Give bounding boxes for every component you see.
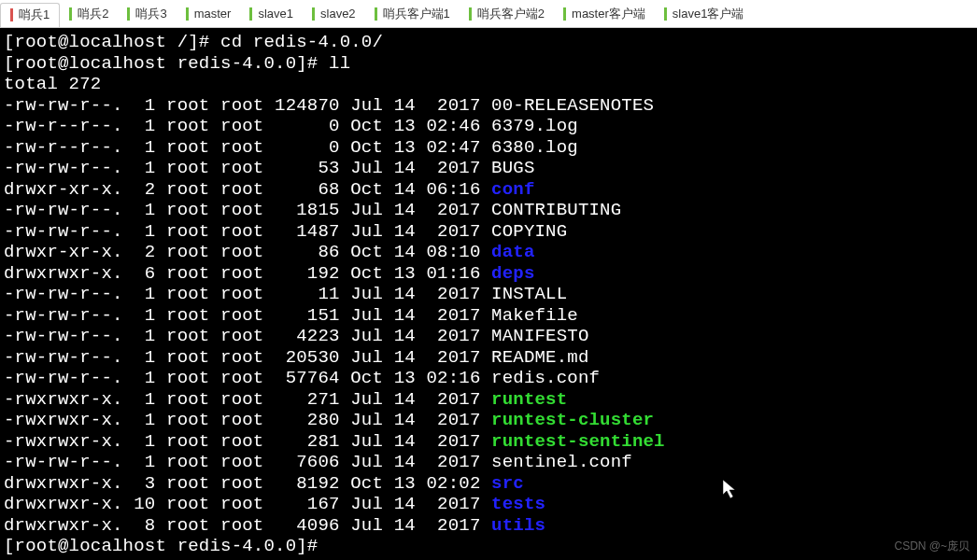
file-perms: drwxrwxr-x. 3 root root 8192 Oct 13 02:0… xyxy=(4,473,491,494)
tab-label: master客户端 xyxy=(572,6,645,22)
file-perms: -rw-rw-r--. 1 root root 1815 Jul 14 2017 xyxy=(4,200,491,220)
tab-7[interactable]: 哨兵客户端2 xyxy=(460,2,554,26)
file-perms: drwxrwxr-x. 8 root root 4096 Jul 14 2017 xyxy=(4,515,491,536)
tab-4[interactable]: slave1 xyxy=(240,2,303,26)
tab-label: 哨兵1 xyxy=(19,7,50,23)
tab-label: slave2 xyxy=(320,7,356,21)
file-name-MANIFESTO: MANIFESTO xyxy=(491,326,588,346)
file-name-runtest: runtest xyxy=(491,389,567,410)
tab-2[interactable]: 哨兵3 xyxy=(118,2,176,26)
tab-label: master xyxy=(194,7,232,21)
list-row: -rwxrwxr-x. 1 root root 271 Jul 14 2017 … xyxy=(4,389,973,411)
list-row: -rwxrwxr-x. 1 root root 281 Jul 14 2017 … xyxy=(4,431,973,453)
file-name-runtest-cluster: runtest-cluster xyxy=(491,410,654,430)
file-perms: drwxrwxr-x. 6 root root 192 Oct 13 01:16 xyxy=(4,263,491,284)
tab-indicator-icon xyxy=(664,7,667,21)
prompt: [root@localhost /]# xyxy=(4,32,220,52)
tab-label: 哨兵2 xyxy=(78,6,108,22)
tab-indicator-icon xyxy=(312,7,315,21)
tab-label: slave1 xyxy=(258,7,293,21)
list-row: drwxrwxr-x. 8 root root 4096 Jul 14 2017… xyxy=(4,515,973,537)
list-row: -rw-rw-r--. 1 root root 4223 Jul 14 2017… xyxy=(4,326,973,347)
file-perms: -rw-rw-r--. 1 root root 1487 Jul 14 2017 xyxy=(4,221,491,242)
file-name-6379.log: 6379.log xyxy=(491,116,578,136)
file-perms: -rw-rw-r--. 1 root root 151 Jul 14 2017 xyxy=(4,305,491,326)
tab-indicator-icon xyxy=(249,7,252,21)
file-name-BUGS: BUGS xyxy=(491,158,534,178)
list-row: -rw-rw-r--. 1 root root 53 Jul 14 2017 B… xyxy=(4,158,973,179)
list-row: -rw-rw-r--. 1 root root 1815 Jul 14 2017… xyxy=(4,200,973,221)
tab-indicator-icon xyxy=(127,7,130,21)
tab-1[interactable]: 哨兵2 xyxy=(60,2,118,26)
command-line-1: [root@localhost /]# cd redis-4.0.0/ xyxy=(4,32,973,53)
file-perms: drwxr-xr-x. 2 root root 86 Oct 14 08:10 xyxy=(4,242,491,262)
file-perms: drwxrwxr-x. 10 root root 167 Jul 14 2017 xyxy=(4,494,491,514)
list-row: -rw-rw-r--. 1 root root 124870 Jul 14 20… xyxy=(4,95,973,117)
file-name-data: data xyxy=(491,242,534,262)
file-name-runtest-sentinel: runtest-sentinel xyxy=(491,431,665,452)
file-name-deps: deps xyxy=(491,263,534,284)
list-row: -rw-rw-r--. 1 root root 11 Jul 14 2017 I… xyxy=(4,284,973,305)
file-perms: -rw-rw-r--. 1 root root 124870 Jul 14 20… xyxy=(4,95,491,116)
file-perms: -rw-rw-r--. 1 root root 11 Jul 14 2017 xyxy=(4,284,491,304)
file-perms: -rw-rw-r--. 1 root root 4223 Jul 14 2017 xyxy=(4,326,491,346)
file-name-INSTALL: INSTALL xyxy=(491,284,567,304)
tab-9[interactable]: slave1客户端 xyxy=(655,2,754,26)
tab-label: 哨兵客户端2 xyxy=(477,6,545,22)
tab-label: slave1客户端 xyxy=(673,6,744,22)
file-name-src: src xyxy=(491,473,524,494)
file-perms: -rwxrwxr-x. 1 root root 280 Jul 14 2017 xyxy=(4,410,491,430)
file-perms: drwxr-xr-x. 2 root root 68 Oct 14 06:16 xyxy=(4,179,491,200)
file-name-README.md: README.md xyxy=(491,347,588,368)
tab-indicator-icon xyxy=(186,7,189,21)
final-prompt: [root@localhost redis-4.0.0]# xyxy=(4,536,973,557)
tab-bar: 哨兵1哨兵2哨兵3masterslave1slave2哨兵客户端1哨兵客户端2m… xyxy=(0,0,977,28)
list-row: drwxrwxr-x. 6 root root 192 Oct 13 01:16… xyxy=(4,263,973,285)
file-name-tests: tests xyxy=(491,494,545,514)
file-perms: -rw-rw-r--. 1 root root 7606 Jul 14 2017 xyxy=(4,452,491,472)
file-perms: -rwxrwxr-x. 1 root root 271 Jul 14 2017 xyxy=(4,389,491,410)
tab-label: 哨兵客户端1 xyxy=(383,6,450,22)
file-name-sentinel.conf: sentinel.conf xyxy=(491,452,632,472)
file-name-CONTRIBUTING: CONTRIBUTING xyxy=(491,200,621,220)
tab-indicator-icon xyxy=(69,7,72,21)
file-name-6380.log: 6380.log xyxy=(491,137,578,158)
tab-8[interactable]: master客户端 xyxy=(554,2,655,26)
watermark-text: CSDN @~庞贝 xyxy=(894,539,970,554)
file-name-redis.conf: redis.conf xyxy=(491,368,600,388)
command-text: ll xyxy=(329,53,350,74)
list-row: -rwxrwxr-x. 1 root root 280 Jul 14 2017 … xyxy=(4,410,973,431)
tab-indicator-icon xyxy=(375,7,377,21)
file-perms: -rw-rw-r--. 1 root root 20530 Jul 14 201… xyxy=(4,347,491,368)
list-row: -rw-r--r--. 1 root root 0 Oct 13 02:47 6… xyxy=(4,137,973,159)
command-line-2: [root@localhost redis-4.0.0]# ll xyxy=(4,53,973,75)
command-text: cd redis-4.0.0/ xyxy=(220,32,383,52)
list-row: -rw-rw-r--. 1 root root 20530 Jul 14 201… xyxy=(4,347,973,369)
tab-3[interactable]: master xyxy=(177,2,241,26)
list-row: drwxr-xr-x. 2 root root 86 Oct 14 08:10 … xyxy=(4,242,973,263)
prompt: [root@localhost redis-4.0.0]# xyxy=(4,53,329,74)
file-perms: -rw-r--r--. 1 root root 0 Oct 13 02:47 xyxy=(4,137,491,158)
tab-6[interactable]: 哨兵客户端1 xyxy=(365,2,460,26)
file-perms: -rw-rw-r--. 1 root root 53 Jul 14 2017 xyxy=(4,158,491,178)
list-row: -rw-rw-r--. 1 root root 1487 Jul 14 2017… xyxy=(4,221,973,243)
file-perms: -rwxrwxr-x. 1 root root 281 Jul 14 2017 xyxy=(4,431,491,452)
list-row: -rw-rw-r--. 1 root root 7606 Jul 14 2017… xyxy=(4,452,973,473)
tab-indicator-icon xyxy=(10,8,13,21)
file-name-Makefile: Makefile xyxy=(491,305,578,326)
tab-label: 哨兵3 xyxy=(135,6,166,22)
tab-0[interactable]: 哨兵1 xyxy=(0,3,60,27)
tab-indicator-icon xyxy=(563,7,566,21)
prompt: [root@localhost redis-4.0.0]# xyxy=(4,536,318,556)
file-name-utils: utils xyxy=(491,515,545,536)
tab-indicator-icon xyxy=(469,7,472,21)
list-row: drwxr-xr-x. 2 root root 68 Oct 14 06:16 … xyxy=(4,179,973,201)
terminal-output[interactable]: [root@localhost /]# cd redis-4.0.0/[root… xyxy=(0,28,977,560)
list-row: drwxrwxr-x. 3 root root 8192 Oct 13 02:0… xyxy=(4,473,973,495)
file-name-conf: conf xyxy=(491,179,534,200)
file-name-00-RELEASENOTES: 00-RELEASENOTES xyxy=(491,95,654,116)
list-row: -rw-rw-r--. 1 root root 57764 Oct 13 02:… xyxy=(4,368,973,389)
tab-5[interactable]: slave2 xyxy=(303,2,365,26)
list-row: drwxrwxr-x. 10 root root 167 Jul 14 2017… xyxy=(4,494,973,515)
file-name-COPYING: COPYING xyxy=(491,221,567,242)
